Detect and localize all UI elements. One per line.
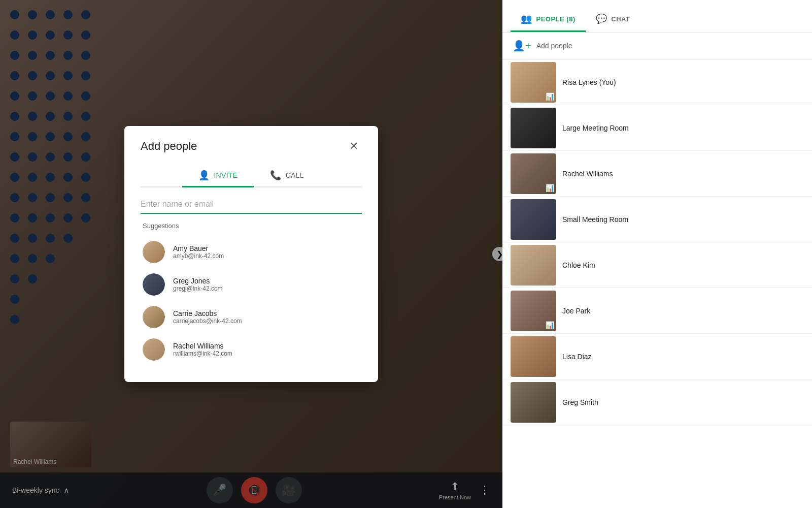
call-tab-label: CALL: [286, 171, 304, 179]
suggestion-info-rachel: Rachel Williams rwilliams@ink-42.com: [173, 342, 232, 357]
speaking-icon-joe: 📊: [546, 321, 554, 329]
name-chloe: Chloe Kim: [562, 261, 595, 269]
invite-tab-label: INVITE: [214, 171, 238, 179]
people-icon: 👥: [521, 13, 532, 24]
suggestion-carrie[interactable]: Carrie Jacobs carriejacobs@ink-42.com: [141, 301, 362, 333]
close-icon: ✕: [349, 140, 358, 153]
add-people-label: Add people: [536, 42, 572, 50]
suggestion-rachel[interactable]: Rachel Williams rwilliams@ink-42.com: [141, 333, 362, 366]
suggestion-name-amy: Amy Bauer: [173, 244, 224, 252]
chat-tab-label: CHAT: [611, 15, 630, 23]
add-people-dialog: Add people ✕ 👤 INVITE 📞 CALL Suggestions: [124, 126, 378, 382]
thumb-chloe: [511, 245, 556, 285]
thumb-joe: 📊: [511, 291, 556, 331]
name-greg-smith: Greg Smith: [562, 398, 598, 406]
search-input[interactable]: [141, 196, 362, 214]
name-lisa: Lisa Diaz: [562, 353, 592, 361]
people-tab-label: PEOPLE (8): [536, 15, 576, 23]
name-rachel: Rachel Williams: [562, 170, 613, 178]
avatar-rachel: [143, 338, 165, 361]
suggestions-label: Suggestions: [141, 222, 362, 230]
participant-chloe: Chloe Kim: [502, 242, 812, 288]
thumb-risa: 📊: [511, 62, 556, 103]
avatar-carrie: [143, 306, 165, 328]
participant-greg-smith: Greg Smith: [502, 379, 812, 425]
suggestion-name-rachel: Rachel Williams: [173, 342, 232, 350]
speaking-icon-risa: 📊: [546, 92, 554, 101]
suggestion-info-amy: Amy Bauer amyb@ink-42.com: [173, 244, 224, 260]
thumb-rachel: 📊: [511, 153, 556, 194]
dialog-header: Add people ✕: [141, 138, 362, 154]
participant-large-room: Large Meeting Room: [502, 105, 812, 151]
dialog-title: Add people: [141, 140, 197, 153]
suggestion-info-carrie: Carrie Jacobs carriejacobs@ink-42.com: [173, 309, 242, 325]
name-joe: Joe Park: [562, 307, 590, 315]
add-people-button[interactable]: 👤+ Add people: [502, 33, 812, 59]
participant-small-room: Small Meeting Room: [502, 197, 812, 242]
suggestions-list: Amy Bauer amyb@ink-42.com Greg Jones gre…: [141, 236, 362, 366]
thumb-large-room: [511, 108, 556, 148]
name-large-room: Large Meeting Room: [562, 124, 629, 132]
chat-icon: 💬: [596, 13, 607, 24]
suggestion-info-greg: Greg Jones gregj@ink-42.com: [173, 277, 223, 292]
participants-list: 📊 Risa Lynes (You) Large Meeting Room 📊 …: [502, 59, 812, 508]
name-small-room: Small Meeting Room: [562, 215, 628, 224]
suggestion-email-greg: gregj@ink-42.com: [173, 285, 223, 292]
tab-people[interactable]: 👥 PEOPLE (8): [511, 7, 586, 32]
thumb-lisa: [511, 336, 556, 377]
tab-chat[interactable]: 💬 CHAT: [586, 7, 640, 32]
avatar-greg: [143, 273, 165, 296]
suggestion-email-rachel: rwilliams@ink-42.com: [173, 350, 232, 357]
avatar-amy: [143, 241, 165, 263]
suggestion-name-greg: Greg Jones: [173, 277, 223, 285]
suggestion-amy[interactable]: Amy Bauer amyb@ink-42.com: [141, 236, 362, 268]
suggestion-email-amy: amyb@ink-42.com: [173, 252, 224, 260]
thumb-greg-smith: [511, 382, 556, 423]
tab-call[interactable]: 📞 CALL: [254, 165, 320, 187]
right-panel: ❯ 👥 PEOPLE (8) 💬 CHAT 👤+ Add people 📊 Ri…: [502, 0, 812, 508]
speaking-icon-rachel: 📊: [546, 184, 554, 192]
panel-tabs: 👥 PEOPLE (8) 💬 CHAT: [502, 0, 812, 33]
participant-lisa: Lisa Diaz: [502, 334, 812, 379]
thumb-small-room: [511, 199, 556, 240]
tab-invite[interactable]: 👤 INVITE: [182, 165, 254, 187]
invite-icon: 👤: [198, 170, 210, 181]
participant-risa: 📊 Risa Lynes (You): [502, 59, 812, 105]
participant-rachel: 📊 Rachel Williams: [502, 151, 812, 197]
add-person-icon: 👤+: [513, 40, 531, 52]
participant-joe: 📊 Joe Park: [502, 288, 812, 334]
dialog-tabs: 👤 INVITE 📞 CALL: [141, 165, 362, 187]
suggestion-name-carrie: Carrie Jacobs: [173, 309, 242, 318]
suggestion-greg[interactable]: Greg Jones gregj@ink-42.com: [141, 268, 362, 301]
dialog-overlay: Add people ✕ 👤 INVITE 📞 CALL Suggestions: [0, 0, 502, 508]
call-icon: 📞: [270, 170, 281, 181]
name-risa: Risa Lynes (You): [562, 78, 616, 86]
dialog-close-button[interactable]: ✕: [346, 138, 362, 154]
suggestion-email-carrie: carriejacobs@ink-42.com: [173, 318, 242, 325]
